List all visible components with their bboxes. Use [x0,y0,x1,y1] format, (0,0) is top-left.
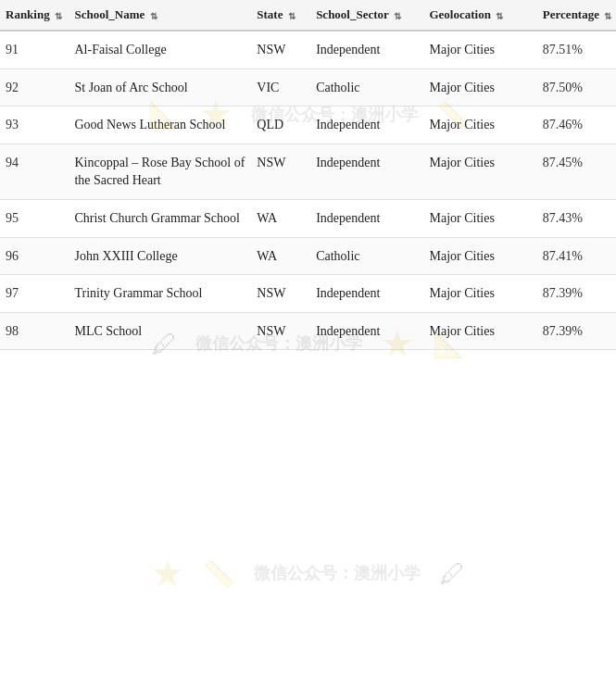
ranking-cell: 95 [0,199,69,237]
state-cell: NSW [251,144,310,199]
table-row: 95Christ Church Grammar SchoolWAIndepend… [0,199,616,237]
state-cell: NSW [251,275,310,313]
sector-cell: Independent [310,275,423,313]
pct-cell: 87.43% [537,199,616,237]
col-header-school-sector[interactable]: School_Sector ⇅ [310,0,423,31]
schools-table: Ranking ⇅ School_Name ⇅ State ⇅ School_S… [0,0,616,350]
state-cell: NSW [251,312,310,350]
col-header-percentage[interactable]: Percentage ⇅ [537,0,616,31]
ranking-cell: 98 [0,312,69,350]
school-name-cell: St Joan of Arc School [69,69,251,106]
school-name-cell: Al-Faisal College [69,31,251,69]
geo-cell: Major Cities [423,106,536,144]
ranking-cell: 92 [0,69,69,106]
sector-cell: Independent [310,312,423,350]
geo-cell: Major Cities [423,312,536,350]
sector-cell: Independent [310,106,423,144]
pct-cell: 87.45% [537,144,616,199]
geo-cell: Major Cities [423,275,536,313]
sector-cell: Catholic [310,69,423,106]
state-sort-icon: ⇅ [288,11,295,21]
table-row: 92St Joan of Arc SchoolVICCatholicMajor … [0,69,616,106]
ranking-cell: 93 [0,106,69,144]
state-cell: WA [251,199,310,237]
state-cell: QLD [251,106,310,144]
state-cell: NSW [251,31,310,69]
table-row: 91Al-Faisal CollegeNSWIndependentMajor C… [0,31,616,69]
col-header-ranking[interactable]: Ranking ⇅ [0,0,69,31]
ranking-cell: 96 [0,237,69,275]
geo-cell: Major Cities [423,237,536,275]
geo-cell: Major Cities [423,199,536,237]
table-row: 98MLC SchoolNSWIndependentMajor Cities87… [0,312,616,350]
ranking-cell: 97 [0,275,69,313]
pct-cell: 87.50% [537,69,616,106]
table-row: 93Good News Lutheran SchoolQLDIndependen… [0,106,616,144]
pct-cell: 87.51% [537,31,616,69]
pct-cell: 87.46% [537,106,616,144]
geo-cell: Major Cities [423,144,536,199]
ranking-sort-icon: ⇅ [55,11,62,21]
ranking-cell: 91 [0,31,69,69]
state-cell: VIC [251,69,310,106]
pct-cell: 87.41% [537,237,616,275]
state-cell: WA [251,237,310,275]
pct-sort-icon: ⇅ [604,11,611,21]
ranking-cell: 94 [0,144,69,199]
school-name-sort-icon: ⇅ [150,11,157,21]
school-name-cell: John XXIII College [69,237,251,275]
geo-cell: Major Cities [423,31,536,69]
sector-sort-icon: ⇅ [394,11,401,21]
pct-cell: 87.39% [537,275,616,313]
col-header-geolocation[interactable]: Geolocation ⇅ [423,0,536,31]
sector-cell: Independent [310,144,423,199]
school-name-cell: Good News Lutheran School [69,106,251,144]
table-row: 94Kincoppal – Rose Bay School of the Sac… [0,144,616,199]
sector-cell: Catholic [310,237,423,275]
sector-cell: Independent [310,199,423,237]
school-name-cell: Trinity Grammar School [69,275,251,313]
school-name-cell: MLC School [69,312,251,350]
pct-cell: 87.39% [537,312,616,350]
geo-cell: Major Cities [423,69,536,106]
table-header-row: Ranking ⇅ School_Name ⇅ State ⇅ School_S… [0,0,616,31]
geo-sort-icon: ⇅ [496,11,503,21]
table-row: 97Trinity Grammar SchoolNSWIndependentMa… [0,275,616,313]
sector-cell: Independent [310,31,423,69]
school-name-cell: Kincoppal – Rose Bay School of the Sacre… [69,144,251,199]
col-header-state[interactable]: State ⇅ [251,0,310,31]
table-row: 96John XXIII CollegeWACatholicMajor Citi… [0,237,616,275]
col-header-school-name[interactable]: School_Name ⇅ [69,0,251,31]
school-name-cell: Christ Church Grammar School [69,199,251,237]
